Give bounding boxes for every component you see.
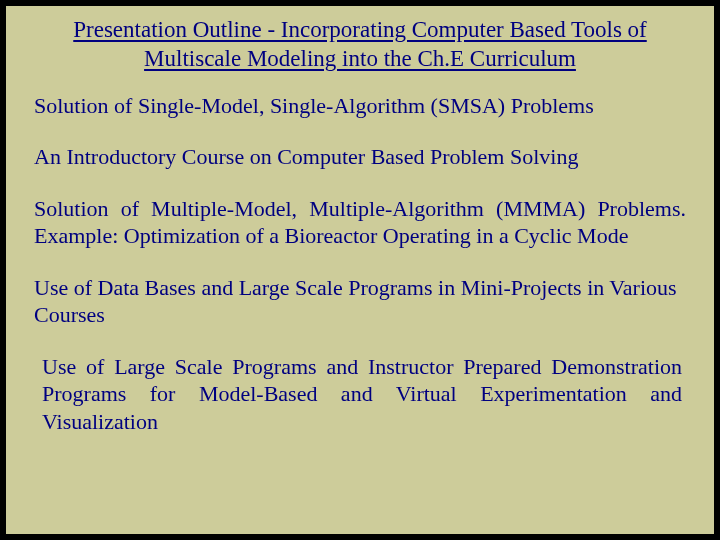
slide-title: Presentation Outline - Incorporating Com… xyxy=(54,16,666,74)
outline-item-3: Solution of Multiple-Model, Multiple-Alg… xyxy=(34,195,686,250)
slide-frame: Presentation Outline - Incorporating Com… xyxy=(0,0,720,540)
outline-item-4: Use of Data Bases and Large Scale Progra… xyxy=(34,274,686,329)
outline-item-2: An Introductory Course on Computer Based… xyxy=(34,143,686,171)
outline-item-5: Use of Large Scale Programs and Instruct… xyxy=(42,353,682,436)
outline-item-1: Solution of Single-Model, Single-Algorit… xyxy=(34,92,686,120)
